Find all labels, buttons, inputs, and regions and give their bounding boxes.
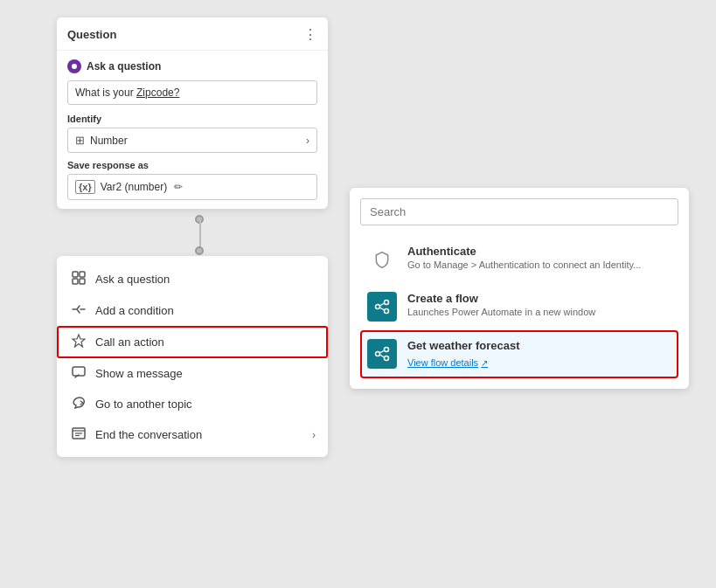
show-message-menu-label: Show a message [95, 367, 183, 380]
add-condition-menu-icon [71, 303, 87, 318]
get-weather-title: Get weather forecast [407, 339, 671, 352]
menu-item-go-to-topic[interactable]: Go to another topic [57, 389, 328, 419]
svg-point-11 [385, 309, 389, 314]
authenticate-content: Authenticate Go to Manage > Authenticati… [407, 245, 671, 270]
go-to-topic-menu-icon [71, 397, 87, 412]
identify-inner: ⊞ Number [75, 134, 128, 147]
card-body: Ask a question What is your Zipcode? Ide… [57, 51, 328, 209]
svg-line-13 [380, 308, 385, 310]
svg-point-9 [376, 305, 380, 309]
search-input[interactable] [360, 198, 678, 225]
zipcode-underlined: Zipcode? [136, 86, 179, 99]
chevron-right-icon: › [306, 135, 309, 147]
end-conversation-menu-icon [71, 427, 87, 442]
create-flow-subtitle: Launches Power Automate in a new window [407, 307, 671, 317]
canvas: Question ⋮ Ask a question What is your Z… [0, 0, 716, 588]
svg-rect-2 [73, 279, 78, 284]
identify-label: Identify [67, 114, 317, 124]
card-menu-icon[interactable]: ⋮ [303, 26, 317, 43]
authenticate-title: Authenticate [407, 245, 671, 258]
authenticate-icon-wrapper [367, 245, 397, 274]
var-value: Var2 (number) [101, 181, 167, 193]
go-to-topic-menu-label: Go to another topic [95, 398, 192, 411]
ask-question-menu-label: Ask a question [95, 273, 170, 286]
connector-dot-bottom [195, 246, 204, 255]
grid-icon: ⊞ [75, 134, 85, 147]
right-panel: Authenticate Go to Manage > Authenticati… [350, 188, 689, 389]
external-link-icon: ↗ [481, 358, 488, 368]
svg-line-18 [380, 355, 385, 357]
svg-point-16 [385, 356, 389, 361]
end-conversation-menu-label: End the conversation [95, 428, 202, 441]
svg-rect-0 [73, 272, 78, 277]
call-action-menu-label: Call an action [95, 336, 164, 349]
call-action-menu-icon [71, 334, 87, 350]
card-header: Question ⋮ [57, 17, 328, 51]
action-menu-card: Ask a question Add a condition Call an a… [57, 256, 328, 457]
panel-item-authenticate[interactable]: Authenticate Go to Manage > Authenticati… [360, 236, 678, 283]
create-flow-icon-wrapper [367, 292, 397, 322]
menu-item-ask-question[interactable]: Ask a question [57, 263, 328, 295]
get-weather-content: Get weather forecast View flow details ↗ [407, 339, 671, 370]
menu-item-add-condition[interactable]: Add a condition [57, 295, 328, 326]
create-flow-content: Create a flow Launches Power Automate in… [407, 292, 671, 317]
svg-point-14 [376, 352, 380, 356]
identify-dropdown[interactable]: ⊞ Number › [67, 128, 317, 153]
save-response-row: {x} Var2 (number) ✏ [67, 174, 317, 200]
create-flow-title: Create a flow [407, 292, 671, 305]
question-input[interactable]: What is your Zipcode? [67, 80, 317, 105]
ask-question-icon [67, 59, 81, 73]
add-condition-menu-label: Add a condition [95, 304, 174, 317]
panel-item-create-flow[interactable]: Create a flow Launches Power Automate in… [360, 283, 678, 330]
question-card: Question ⋮ Ask a question What is your Z… [57, 17, 328, 209]
svg-point-15 [385, 348, 389, 352]
identify-value: Number [90, 135, 128, 147]
menu-item-call-action[interactable]: Call an action [57, 326, 328, 358]
var-icon: {x} [75, 180, 95, 194]
svg-rect-1 [80, 272, 85, 277]
panel-item-get-weather[interactable]: Get weather forecast View flow details ↗ [360, 330, 678, 378]
weather-flow-icon [374, 346, 390, 362]
authenticate-subtitle: Go to Manage > Authentication to connect… [407, 259, 671, 270]
edit-icon[interactable]: ✏ [174, 181, 183, 193]
show-message-menu-icon [71, 366, 87, 381]
ask-question-menu-icon [71, 271, 87, 287]
menu-item-show-message[interactable]: Show a message [57, 358, 328, 389]
save-response-label: Save response as [67, 160, 317, 170]
svg-point-10 [385, 301, 389, 305]
menu-item-end-conversation[interactable]: End the conversation › [57, 419, 328, 450]
svg-line-17 [380, 350, 385, 353]
view-flow-details-link[interactable]: View flow details ↗ [407, 357, 488, 368]
svg-rect-3 [80, 279, 85, 284]
connector-line [199, 220, 201, 246]
flow-icon [374, 299, 390, 315]
card-title: Question [67, 28, 116, 41]
ask-question-row: Ask a question [67, 59, 317, 73]
get-weather-icon-wrapper [367, 339, 397, 369]
shield-icon [373, 251, 391, 268]
svg-line-12 [380, 303, 385, 306]
end-conversation-chevron-icon: › [312, 429, 316, 441]
ask-question-label: Ask a question [87, 60, 161, 73]
